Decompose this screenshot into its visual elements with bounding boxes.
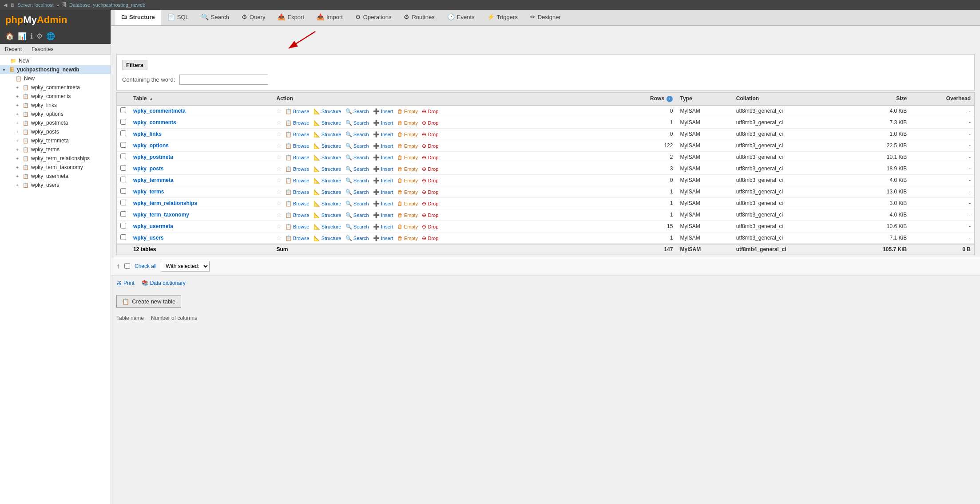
sidebar-db-item[interactable]: ▼ 🗄 yuchpasthosting_newdb [0, 65, 111, 74]
row-checkbox[interactable] [120, 107, 126, 113]
empty-btn[interactable]: 🗑Empty [396, 177, 419, 184]
sidebar-table-item[interactable]: + 📋 wpky_comments [0, 92, 111, 101]
drop-btn[interactable]: ⊖Drop [421, 223, 440, 230]
sidebar-table-item[interactable]: + 📋 wpky_commentmeta [0, 83, 111, 92]
tab-events[interactable]: 🕐 Events [441, 10, 481, 25]
browse-btn[interactable]: 📋Browse [284, 212, 311, 219]
structure-btn[interactable]: 📐Structure [312, 165, 343, 173]
sidebar-table-item[interactable]: + 📋 wpky_postmeta [0, 118, 111, 127]
browse-btn[interactable]: 📋Browse [284, 165, 311, 173]
row-checkbox[interactable] [120, 223, 126, 228]
settings-icon[interactable]: ⚙ [36, 32, 43, 40]
favorite-star-icon[interactable]: ☆ [276, 107, 282, 114]
recent-tab[interactable]: Recent [0, 44, 27, 54]
back-arrow[interactable]: ↑ [116, 262, 120, 270]
empty-btn[interactable]: 🗑Empty [396, 142, 419, 150]
drop-btn[interactable]: ⊖Drop [421, 154, 440, 161]
structure-btn[interactable]: 📐Structure [312, 223, 343, 230]
browse-btn[interactable]: 📋Browse [284, 177, 311, 184]
empty-btn[interactable]: 🗑Empty [396, 154, 419, 161]
external-icon[interactable]: 🌐 [46, 32, 55, 40]
row-checkbox[interactable] [120, 142, 126, 148]
favorite-star-icon[interactable]: ☆ [276, 154, 282, 161]
drop-btn[interactable]: ⊖Drop [421, 235, 440, 242]
search-btn[interactable]: 🔍Search [344, 142, 370, 150]
table-name-link[interactable]: wpky_comments [133, 119, 176, 126]
drop-btn[interactable]: ⊖Drop [421, 189, 440, 196]
server-link[interactable]: Server: localhost [17, 2, 54, 8]
row-checkbox[interactable] [120, 119, 126, 125]
empty-btn[interactable]: 🗑Empty [396, 200, 419, 207]
row-checkbox[interactable] [120, 234, 126, 240]
th-table[interactable]: Table ▲ [130, 93, 273, 105]
favorite-star-icon[interactable]: ☆ [276, 223, 282, 230]
tab-export[interactable]: 📤 Export [271, 10, 310, 25]
structure-btn[interactable]: 📐Structure [312, 108, 343, 115]
tab-query[interactable]: ⚙ Query [235, 10, 271, 25]
empty-btn[interactable]: 🗑Empty [396, 119, 419, 126]
browse-btn[interactable]: 📋Browse [284, 154, 311, 161]
insert-btn[interactable]: ➕Insert [372, 165, 395, 173]
rows-info-icon[interactable]: i [667, 96, 673, 102]
search-btn[interactable]: 🔍Search [344, 200, 370, 207]
sidebar-table-item[interactable]: + 📋 wpky_links [0, 101, 111, 110]
sidebar-table-item[interactable]: + 📋 wpky_termmeta [0, 136, 111, 145]
structure-btn[interactable]: 📐Structure [312, 154, 343, 161]
search-btn[interactable]: 🔍Search [344, 119, 370, 126]
drop-btn[interactable]: ⊖Drop [421, 177, 440, 184]
browse-btn[interactable]: 📋Browse [284, 119, 311, 126]
search-btn[interactable]: 🔍Search [344, 189, 370, 196]
drop-btn[interactable]: ⊖Drop [421, 142, 440, 150]
table-name-link[interactable]: wpky_commentmeta [133, 108, 186, 114]
table-name-link[interactable]: wpky_options [133, 142, 169, 149]
drop-btn[interactable]: ⊖Drop [421, 200, 440, 207]
insert-btn[interactable]: ➕Insert [372, 142, 395, 150]
insert-btn[interactable]: ➕Insert [372, 200, 395, 207]
insert-btn[interactable]: ➕Insert [372, 119, 395, 126]
favorite-star-icon[interactable]: ☆ [276, 130, 282, 138]
filters-input[interactable] [179, 75, 268, 85]
insert-btn[interactable]: ➕Insert [372, 108, 395, 115]
empty-btn[interactable]: 🗑Empty [396, 223, 419, 230]
table-toggle[interactable]: + [16, 147, 22, 152]
table-toggle[interactable]: + [16, 112, 22, 117]
insert-btn[interactable]: ➕Insert [372, 177, 395, 184]
row-checkbox[interactable] [120, 200, 126, 205]
tab-triggers[interactable]: ⚡ Triggers [481, 10, 524, 25]
row-checkbox[interactable] [120, 154, 126, 159]
create-new-table-button[interactable]: 📋 Create new table [116, 295, 181, 308]
table-name-link[interactable]: wpky_postmeta [133, 154, 173, 160]
tab-structure[interactable]: 🗂 Structure [115, 10, 161, 25]
structure-btn[interactable]: 📐Structure [312, 131, 343, 138]
favorite-star-icon[interactable]: ☆ [276, 211, 282, 218]
table-name-link[interactable]: wpky_posts [133, 165, 164, 172]
row-checkbox[interactable] [120, 177, 126, 182]
table-name-link[interactable]: wpky_term_relationships [133, 200, 197, 206]
sidebar-table-item[interactable]: + 📋 wpky_term_taxonomy [0, 163, 111, 172]
database-link[interactable]: Database: yuchpasthosting_newdb [69, 2, 145, 8]
empty-btn[interactable]: 🗑Empty [396, 212, 419, 219]
structure-btn[interactable]: 📐Structure [312, 189, 343, 196]
search-btn[interactable]: 🔍Search [344, 212, 370, 219]
favorite-star-icon[interactable]: ☆ [276, 165, 282, 172]
browse-btn[interactable]: 📋Browse [284, 108, 311, 115]
browse-btn[interactable]: 📋Browse [284, 235, 311, 242]
insert-btn[interactable]: ➕Insert [372, 223, 395, 230]
structure-btn[interactable]: 📐Structure [312, 177, 343, 184]
table-name-link[interactable]: wpky_usermeta [133, 223, 173, 229]
empty-btn[interactable]: 🗑Empty [396, 131, 419, 138]
table-toggle[interactable]: + [16, 138, 22, 143]
tab-designer[interactable]: ✏ Designer [524, 10, 567, 25]
sidebar-table-item[interactable]: + 📋 wpky_options [0, 110, 111, 118]
table-toggle[interactable]: + [16, 130, 22, 134]
table-toggle[interactable]: + [16, 174, 22, 179]
collapse-icon[interactable]: ◀ [4, 2, 7, 8]
table-name-link[interactable]: wpky_term_taxonomy [133, 212, 189, 218]
tab-search[interactable]: 🔍 Search [195, 10, 235, 25]
insert-btn[interactable]: ➕Insert [372, 189, 395, 196]
drop-btn[interactable]: ⊖Drop [421, 119, 440, 126]
print-link[interactable]: 🖨 Print [116, 280, 135, 286]
sidebar-table-item[interactable]: + 📋 wpky_posts [0, 127, 111, 136]
row-checkbox[interactable] [120, 211, 126, 217]
insert-btn[interactable]: ➕Insert [372, 235, 395, 242]
